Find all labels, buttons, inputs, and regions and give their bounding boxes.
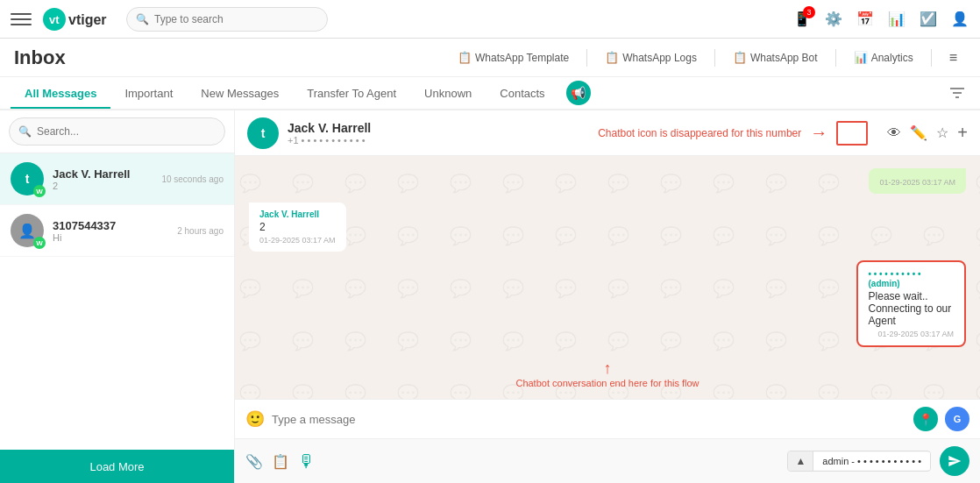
contact-name-jack: Jack V. Harrell	[53, 167, 153, 181]
contact-preview-unknown: Hi	[53, 232, 168, 243]
logs-icon: 📋	[605, 51, 619, 64]
whatsapp-logs-label: WhatsApp Logs	[622, 52, 697, 64]
whatsapp-logs-nav[interactable]: 📋 WhatsApp Logs	[596, 47, 706, 67]
eye-icon[interactable]: 👁	[887, 125, 901, 141]
navbar: vt vtiger 🔍 📱 3 ⚙️ 📅 📊 ☑️ 👤	[0, 0, 980, 39]
msg-time-incoming-1: 01-29-2025 03:17 AM	[259, 236, 336, 245]
admin-message-time: 01-29-2025 03:17 AM	[869, 330, 954, 338]
star-icon[interactable]: ☆	[936, 124, 948, 141]
msg-sender-incoming-1: Jack V. Harrell	[259, 210, 336, 219]
hamburger-menu[interactable]	[11, 9, 32, 30]
global-search-input[interactable]	[154, 13, 318, 25]
load-more-button[interactable]: Load More	[0, 450, 234, 483]
chat-contact-number: +1 • • • • • • • • • • •	[288, 135, 579, 146]
whatsapp-template-label: WhatsApp Template	[475, 52, 569, 64]
tab-new-messages[interactable]: New Messages	[187, 80, 293, 109]
chat-area: t Jack V. Harrell +1 • • • • • • • • • •…	[235, 110, 980, 483]
tab-all-messages[interactable]: All Messages	[11, 80, 110, 109]
chat-avatar: t	[247, 117, 279, 149]
analytics-icon: 📊	[854, 51, 868, 64]
contact-list: t W Jack V. Harrell 2 10 seconds ago 👤 W…	[0, 153, 234, 450]
msg-text-incoming-1: 2	[259, 221, 336, 233]
inbox-nav-items: 📋 WhatsApp Template 📋 WhatsApp Logs 📋 Wh…	[449, 46, 966, 69]
contact-preview-jack: 2	[53, 181, 153, 191]
broadcast-icon[interactable]: 📢	[566, 81, 591, 105]
settings-icon[interactable]: ⚙️	[824, 10, 843, 29]
g-button[interactable]: G	[945, 407, 969, 431]
sidebar-search-input[interactable]	[37, 125, 216, 138]
svg-text:vtiger: vtiger	[68, 12, 107, 27]
arrow-up-icon: ↑	[604, 359, 612, 378]
copy-icon[interactable]: 📋	[272, 453, 289, 470]
emoji-button[interactable]: 🙂	[245, 409, 265, 429]
avatar-unknown: 👤 W	[11, 214, 44, 247]
global-search-bar[interactable]: 🔍	[126, 7, 328, 32]
whatsapp-nav-icon[interactable]: 📱 3	[792, 10, 812, 29]
nav-divider-1	[586, 49, 587, 67]
nav-divider-2	[714, 49, 715, 67]
chatbot-highlight-box	[836, 121, 868, 146]
sidebar: 🔍 t W Jack V. Harrell 2 10 seconds ago 👤	[0, 110, 235, 483]
message-input[interactable]	[272, 413, 906, 426]
whatsapp-bot-nav[interactable]: 📋 WhatsApp Bot	[724, 47, 827, 67]
contact-item-jack[interactable]: t W Jack V. Harrell 2 10 seconds ago	[0, 153, 234, 205]
whatsapp-badge-unknown: W	[33, 237, 46, 249]
chat-contact-info: Jack V. Harrell +1 • • • • • • • • • • •	[288, 121, 579, 146]
svg-text:vt: vt	[49, 13, 60, 26]
navbar-icons: 📱 3 ⚙️ 📅 📊 ☑️ 👤	[792, 10, 969, 29]
sidebar-search-area: 🔍	[0, 110, 234, 153]
agent-selector-label: admin - • • • • • • • • • • •	[813, 452, 930, 470]
analytics-nav[interactable]: 📊 Analytics	[845, 47, 922, 67]
nav-divider-4	[931, 49, 932, 67]
user-icon[interactable]: 👤	[950, 10, 969, 29]
agent-selector[interactable]: ▲ admin - • • • • • • • • • • •	[787, 451, 931, 472]
more-options-nav[interactable]: ≡	[941, 46, 966, 69]
message-outgoing-1: 01-29-2025 03:17 AM	[869, 168, 966, 194]
admin-sender-label: • • • • • • • • • • (admin)	[869, 269, 954, 288]
template-icon: 📋	[458, 51, 472, 64]
contact-time-unknown: 2 hours ago	[177, 226, 224, 236]
agent-selector-expand[interactable]: ▲	[788, 451, 813, 471]
tabs-bar: All Messages Important New Messages Tran…	[0, 77, 980, 110]
more-icon: ≡	[949, 50, 957, 66]
page-title: Inbox	[14, 46, 66, 69]
whatsapp-bot-label: WhatsApp Bot	[750, 52, 818, 64]
whatsapp-badge-jack: W	[33, 185, 46, 197]
tab-transfer-to-agent[interactable]: Transfer To Agent	[293, 80, 410, 109]
add-icon[interactable]: +	[957, 123, 968, 143]
chatbot-end-text: Chatbot conversation end here for this f…	[515, 378, 699, 388]
chart-icon[interactable]: 📊	[887, 10, 906, 29]
tab-important[interactable]: Important	[110, 80, 187, 109]
filter-icon[interactable]	[945, 81, 969, 105]
bot-icon: 📋	[733, 51, 747, 64]
messages-area: 01-29-2025 03:17 AM Jack V. Harrell 2 01…	[235, 156, 980, 399]
send-button[interactable]	[940, 446, 969, 476]
admin-message-text: Please wait.. Connecting to our Agent	[869, 290, 954, 327]
attachment-icon[interactable]: 📎	[245, 453, 263, 470]
nav-divider-3	[835, 49, 836, 67]
tab-contacts[interactable]: Contacts	[486, 80, 558, 109]
chat-input-area: 🙂 📍 G	[235, 399, 980, 438]
mic-icon[interactable]: 🎙	[298, 451, 316, 472]
send-location-button[interactable]: 📍	[913, 407, 938, 431]
annotation-arrow: →	[810, 123, 827, 143]
chat-header: t Jack V. Harrell +1 • • • • • • • • • •…	[235, 110, 980, 156]
tab-unknown[interactable]: Unknown	[410, 80, 486, 109]
search-icon: 🔍	[136, 13, 149, 25]
edit-icon[interactable]: ✏️	[910, 124, 927, 141]
sidebar-search-box[interactable]: 🔍	[9, 117, 225, 146]
message-incoming-1: Jack V. Harrell 2 01-29-2025 03:17 AM	[249, 202, 346, 252]
contact-item-unknown[interactable]: 👤 W 3107544337 Hi 2 hours ago	[0, 205, 234, 257]
chat-bottom-bar: 📎 📋 🎙 ▲ admin - • • • • • • • • • • •	[235, 438, 980, 483]
calendar-icon[interactable]: 📅	[856, 10, 875, 29]
inbox-header: Inbox 📋 WhatsApp Template 📋 WhatsApp Log…	[0, 39, 980, 77]
analytics-label: Analytics	[871, 52, 913, 64]
contact-info-jack: Jack V. Harrell 2	[53, 167, 153, 191]
contact-info-unknown: 3107544337 Hi	[53, 219, 168, 243]
chat-header-icons: 👁 ✏️ ☆ +	[887, 123, 968, 143]
admin-message-box: • • • • • • • • • • (admin) Please wait.…	[856, 260, 966, 347]
checklist-icon[interactable]: ☑️	[919, 10, 938, 29]
chatbot-annotation: Chatbot icon is disappeared for this num…	[587, 121, 878, 146]
whatsapp-template-nav[interactable]: 📋 WhatsApp Template	[449, 47, 578, 67]
search-icon-sidebar: 🔍	[18, 125, 32, 138]
